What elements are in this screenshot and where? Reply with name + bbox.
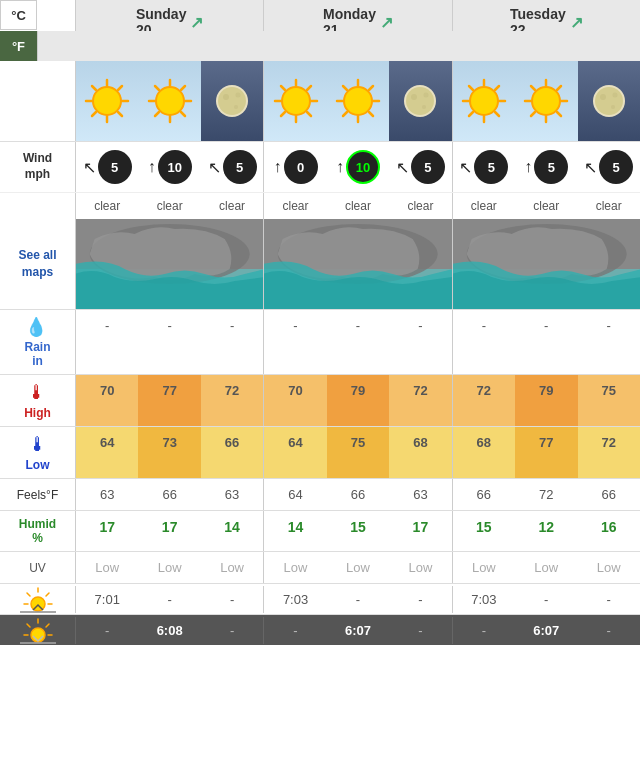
unit-row: °F [0, 31, 640, 61]
sun-icon-mon-pm [333, 76, 383, 126]
svg-point-65 [595, 87, 623, 115]
wind-speed-value: 10 [346, 150, 380, 184]
sunrise-cell-2: - [201, 586, 263, 613]
sunset-cell-0: - [76, 617, 138, 644]
moon-icon-tue-night [587, 79, 631, 123]
svg-point-44 [422, 105, 426, 109]
sunrise-cell-3: 7:03 [263, 586, 326, 613]
rain-cell-5: - [389, 310, 451, 374]
wind-speed-value: 5 [599, 150, 633, 184]
monday-icons [263, 61, 451, 141]
sun-icon-tue-am [459, 76, 509, 126]
low-cell-5: 68 [389, 427, 451, 478]
high-cell-1: 77 [138, 375, 200, 426]
wind-sunday: ↖5↑10↖5↑0↑10↖5↖5↑5↖5 [75, 142, 640, 192]
feels-cell-5: 63 [389, 479, 451, 510]
sunset-cell-8: - [578, 617, 640, 644]
thermometer-low-icon: 🌡 [28, 433, 48, 456]
sunset-cell-6: - [452, 617, 515, 644]
uv-cell-4: Low [327, 552, 389, 583]
low-label: 🌡 Low [0, 427, 75, 478]
low-row: 🌡 Low 647366647568687772 [0, 426, 640, 478]
humid-row: Humid% 171714141517151216 [0, 510, 640, 551]
map-svg-monday[interactable] [264, 219, 451, 309]
wind-label: Windmph [0, 151, 75, 182]
svg-point-22 [236, 93, 241, 98]
thermometer-high-icon: 🌡 [27, 381, 47, 404]
rain-cell-2: - [201, 310, 263, 374]
high-cell-2: 72 [201, 375, 263, 426]
rain-label: 💧 Rainin [0, 310, 75, 374]
tuesday-expand-icon[interactable]: ↗ [570, 13, 583, 32]
feels-cell-0: 63 [76, 479, 138, 510]
map-label[interactable]: See allmaps [0, 219, 75, 309]
low-cell-8: 72 [578, 427, 640, 478]
wind-cell-8: ↖5 [578, 142, 640, 192]
icon-label-spacer [0, 61, 75, 141]
high-cell-7: 79 [515, 375, 577, 426]
wind-speed-value: 5 [534, 150, 568, 184]
svg-line-89 [27, 624, 30, 627]
wind-cell-2: ↖5 [201, 142, 263, 192]
sun-icon-tue-pm [521, 76, 571, 126]
cond-cell-4: clear [327, 193, 389, 219]
wind-direction-icon: ↑ [148, 158, 156, 176]
rain-cells: --------- [75, 310, 640, 374]
wind-direction-icon: ↖ [208, 158, 221, 177]
high-cell-4: 79 [327, 375, 389, 426]
map-tuesday [452, 219, 640, 309]
svg-point-19 [218, 87, 246, 115]
svg-point-0 [93, 87, 121, 115]
svg-point-43 [411, 94, 417, 100]
sunset-cell-1: 6:08 [138, 617, 200, 644]
svg-point-67 [611, 105, 615, 109]
svg-line-82 [27, 593, 30, 596]
svg-line-14 [155, 86, 159, 90]
uv-row: UV LowLowLowLowLowLowLowLowLow [0, 551, 640, 583]
map-sunday [75, 219, 263, 309]
svg-point-42 [406, 87, 434, 115]
sunrise-cell-8: - [578, 586, 640, 613]
sunrise-cell-7: - [515, 586, 577, 613]
monday-expand-icon[interactable]: ↗ [380, 13, 393, 32]
tuesday-pm-icon [515, 61, 577, 141]
sunday-expand-icon[interactable]: ↗ [190, 13, 203, 32]
map-svg-tuesday[interactable] [453, 219, 640, 309]
cond-cell-8: clear [578, 193, 640, 219]
wind-direction-icon: ↖ [83, 158, 96, 177]
low-cells: 647366647568687772 [75, 427, 640, 478]
feels-label: Feels°F [0, 479, 75, 510]
humid-cell-2: 14 [201, 511, 263, 551]
sunrise-cell-1: - [138, 586, 200, 613]
map-row: See allmaps [0, 219, 640, 309]
wind-cell-7: ↑5 [515, 142, 577, 192]
uv-label: UV [0, 552, 75, 583]
humid-cell-5: 17 [389, 511, 451, 551]
sunday-am-icon [76, 61, 138, 141]
low-cell-4: 75 [327, 427, 389, 478]
svg-line-51 [469, 86, 473, 90]
wind-speed-value: 0 [284, 150, 318, 184]
wind-speed-value: 5 [98, 150, 132, 184]
sun-icon-sun-am [82, 76, 132, 126]
monday-am-icon [264, 61, 326, 141]
svg-line-53 [495, 86, 499, 90]
high-row: 🌡 High 707772707972727975 [0, 374, 640, 426]
sunrise-cells: 7:01--7:03--7:03-- [75, 586, 640, 613]
svg-point-46 [470, 87, 498, 115]
svg-line-54 [469, 112, 473, 116]
sunrise-row: 7:01--7:03--7:03-- [0, 583, 640, 614]
uv-cell-0: Low [76, 552, 138, 583]
svg-line-30 [307, 86, 311, 90]
svg-line-8 [92, 112, 96, 116]
uv-cell-6: Low [452, 552, 515, 583]
uv-cell-7: Low [515, 552, 577, 583]
svg-point-23 [282, 87, 310, 115]
map-svg-sunday[interactable] [76, 219, 263, 309]
wind-speed-value: 5 [411, 150, 445, 184]
uv-cell-8: Low [578, 552, 640, 583]
fahrenheit-button[interactable]: °F [0, 31, 37, 61]
svg-line-37 [343, 86, 347, 90]
cond-cell-0: clear [76, 193, 138, 219]
celsius-button[interactable]: °C [0, 0, 37, 30]
